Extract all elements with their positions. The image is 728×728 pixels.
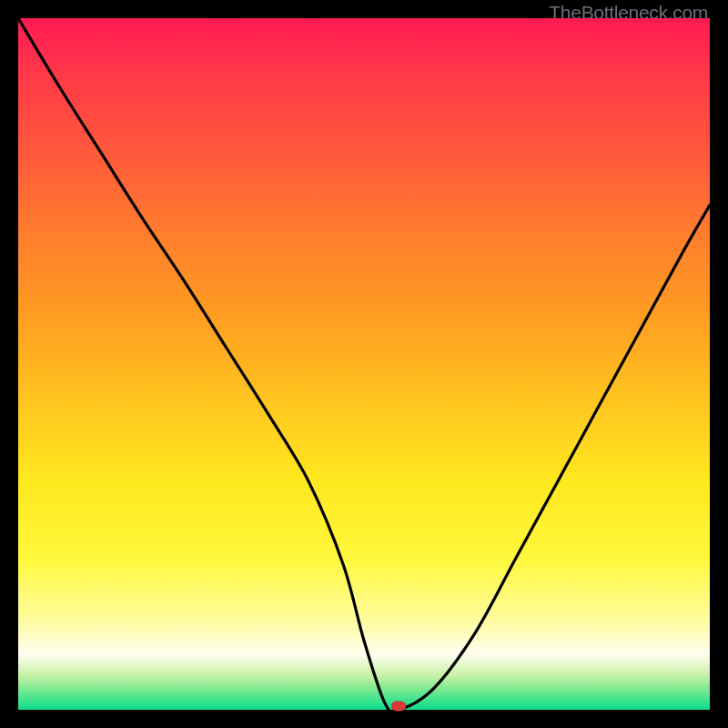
bottleneck-curve bbox=[18, 18, 710, 710]
chart-stage: TheBottleneck.com bbox=[0, 0, 728, 728]
minimum-marker-icon bbox=[391, 702, 406, 712]
plot-area bbox=[18, 18, 710, 710]
